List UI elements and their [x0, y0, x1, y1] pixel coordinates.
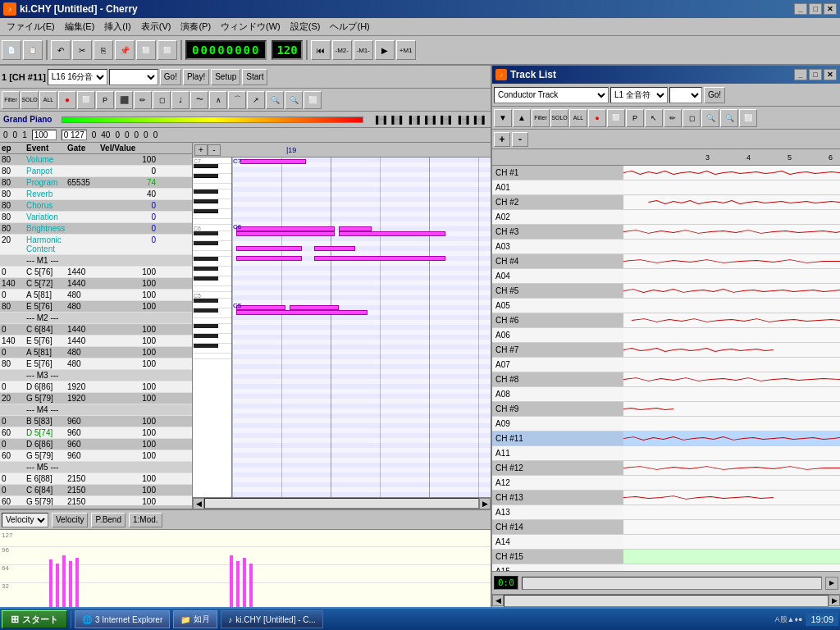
event-row-note6[interactable]: 140E 5[76]1440100: [0, 336, 192, 347]
event-row-program[interactable]: 80Program6553574: [0, 177, 192, 189]
pr-go-btn[interactable]: Go!: [160, 69, 181, 85]
menu-view[interactable]: 表示(V): [136, 19, 176, 34]
taskbar-ie[interactable]: 🌐 3 Internet Explorer: [75, 610, 170, 628]
event-row-variation[interactable]: 80Variation0: [0, 212, 192, 223]
pr-tool-1[interactable]: ⬜: [77, 91, 95, 109]
event-row-note14[interactable]: 60G 5[79]960100: [0, 450, 192, 462]
toolbar-cut[interactable]: ✂: [72, 40, 92, 60]
tl-minimize[interactable]: _: [794, 69, 807, 80]
note-bar-5[interactable]: [314, 256, 445, 261]
track-a08[interactable]: A08: [492, 387, 840, 402]
tl-erase[interactable]: ◻: [682, 109, 701, 127]
track-a09[interactable]: A09: [492, 417, 840, 431]
minimize-button[interactable]: _: [794, 3, 807, 15]
pr-quantize-select[interactable]: L16 16分音: [48, 69, 107, 85]
tl-all-btn[interactable]: ALL: [569, 109, 587, 127]
track-ch11[interactable]: CH #11: [492, 431, 840, 446]
tl-remove-track-btn[interactable]: -: [512, 132, 528, 147]
menu-play[interactable]: 演奏(P): [176, 19, 216, 34]
track-ch6[interactable]: CH #6: [492, 313, 840, 328]
track-a13[interactable]: A13: [492, 505, 840, 520]
event-row-panpot[interactable]: 80Panpot0: [0, 166, 192, 177]
taskbar-kichy[interactable]: ♪ ki.CHY [Untitled] - C...: [221, 610, 323, 628]
note-bar-c6b[interactable]: [236, 231, 335, 236]
event-row-note12[interactable]: 60D 5[74]960100: [0, 427, 192, 439]
event-row-note4[interactable]: 80E 5[76]480100: [0, 301, 192, 313]
tl-extra-select[interactable]: [669, 87, 702, 103]
pr-record-btn[interactable]: ●: [58, 91, 76, 109]
track-a05[interactable]: A05: [492, 299, 840, 313]
pr-tool-7[interactable]: ⬜: [304, 91, 322, 109]
start-button[interactable]: ⊞ スタート: [2, 610, 67, 628]
vel-type-select[interactable]: Velocity: [2, 513, 48, 527]
marker-p1[interactable]: +M1: [396, 40, 416, 60]
pr-pen-btn[interactable]: ✏: [134, 91, 152, 109]
note-bar-3[interactable]: [236, 256, 302, 261]
pr-pencil-btn[interactable]: P: [96, 91, 114, 109]
track-a11[interactable]: A11: [492, 446, 840, 461]
pr-zoom-plus[interactable]: +: [194, 144, 208, 156]
tl-tool1[interactable]: ⬜: [607, 109, 625, 127]
pr-tool-4[interactable]: ∧: [209, 91, 227, 109]
track-ch8[interactable]: CH #8: [492, 372, 840, 387]
tl-hscroll-right[interactable]: ▶: [829, 595, 840, 606]
menu-file[interactable]: ファイル(E): [2, 19, 60, 34]
note-bar-2[interactable]: [236, 246, 302, 251]
pr-note-grid[interactable]: C6 C5 C7: [232, 158, 491, 497]
vel-btn-mod[interactable]: 1:Mod.: [129, 513, 162, 527]
event-row-note10[interactable]: 20G 5[79]1920100: [0, 393, 192, 404]
pr-zoom-minus[interactable]: -: [208, 144, 221, 156]
tl-conductor-select[interactable]: Conductor Track: [494, 87, 609, 103]
tl-hscroll-track[interactable]: [504, 595, 829, 607]
note-bar-c5b[interactable]: [236, 310, 368, 315]
event-row-note5[interactable]: 0C 6[84]1440100: [0, 324, 192, 336]
track-ch15[interactable]: CH #15: [492, 550, 840, 564]
vel-area[interactable]: 127 96 64 32: [0, 530, 491, 609]
pr-tool-3[interactable]: 〜: [190, 91, 208, 109]
track-a02[interactable]: A02: [492, 210, 840, 225]
marker-m2[interactable]: -M2-: [332, 40, 352, 60]
track-a14[interactable]: A14: [492, 535, 840, 550]
tl-down-btn[interactable]: ▼: [494, 109, 512, 127]
note-bar-c5c[interactable]: [290, 305, 339, 310]
marker-m1[interactable]: -M1-: [354, 40, 373, 60]
event-row-note17[interactable]: 60G 5[79]2150100: [0, 496, 192, 505]
track-ch14[interactable]: CH #14: [492, 520, 840, 535]
track-ch2[interactable]: CH #2: [492, 195, 840, 210]
pr-channel-select[interactable]: [109, 69, 158, 85]
track-a07[interactable]: A07: [492, 358, 840, 372]
track-a12[interactable]: A12: [492, 476, 840, 491]
tl-add-track-btn[interactable]: +: [494, 132, 510, 147]
tl-zoom-out[interactable]: 🔍: [720, 109, 738, 127]
pr-tool-2[interactable]: ⬛: [115, 91, 133, 109]
vel-btn-velocity[interactable]: Velocity: [52, 513, 88, 527]
pr-start-btn[interactable]: Start: [242, 69, 267, 85]
pr-scroll-right[interactable]: ▶: [479, 498, 491, 509]
menu-edit[interactable]: 編集(E): [60, 19, 100, 34]
event-row-note15[interactable]: 0E 6[88]2150100: [0, 473, 192, 485]
tl-scrollbar[interactable]: [522, 577, 822, 590]
tl-tracks-container[interactable]: CH #1 A01 CH #2 A02 CH #3: [492, 166, 840, 571]
event-row-note7[interactable]: 0A 5[81]480100: [0, 347, 192, 358]
rewind-button[interactable]: ⏮: [311, 40, 331, 60]
note-bar-c6d[interactable]: [339, 231, 445, 236]
vel-btn-pbend[interactable]: P.Bend: [91, 513, 126, 527]
event-row-chorus[interactable]: 80Chorus0: [0, 200, 192, 212]
tl-maximize[interactable]: □: [809, 69, 822, 80]
track-ch12[interactable]: CH #12: [492, 461, 840, 476]
menu-settings[interactable]: 設定(S): [285, 19, 326, 34]
pr-note-btn[interactable]: ♩: [171, 91, 189, 109]
tl-scroll-right-btn[interactable]: ▶: [825, 577, 838, 590]
pr-setup-btn[interactable]: Setup: [211, 69, 240, 85]
taskbar-kisaragi[interactable]: 📁 如月: [173, 610, 217, 628]
toolbar-btn-6[interactable]: ⬜: [158, 40, 177, 60]
event-row-note13[interactable]: 0D 6[86]960100: [0, 439, 192, 450]
track-ch4[interactable]: CH #4: [492, 254, 840, 269]
tl-zoom-in[interactable]: 🔍: [701, 109, 719, 127]
pr-all-btn[interactable]: ALL: [39, 91, 57, 109]
event-row-reverb[interactable]: 80Reverb40: [0, 189, 192, 200]
tl-solo-btn[interactable]: SOLO: [550, 109, 568, 127]
tl-pen2[interactable]: ✏: [664, 109, 682, 127]
close-button[interactable]: ✕: [824, 3, 837, 15]
track-ch3[interactable]: CH #3: [492, 225, 840, 240]
